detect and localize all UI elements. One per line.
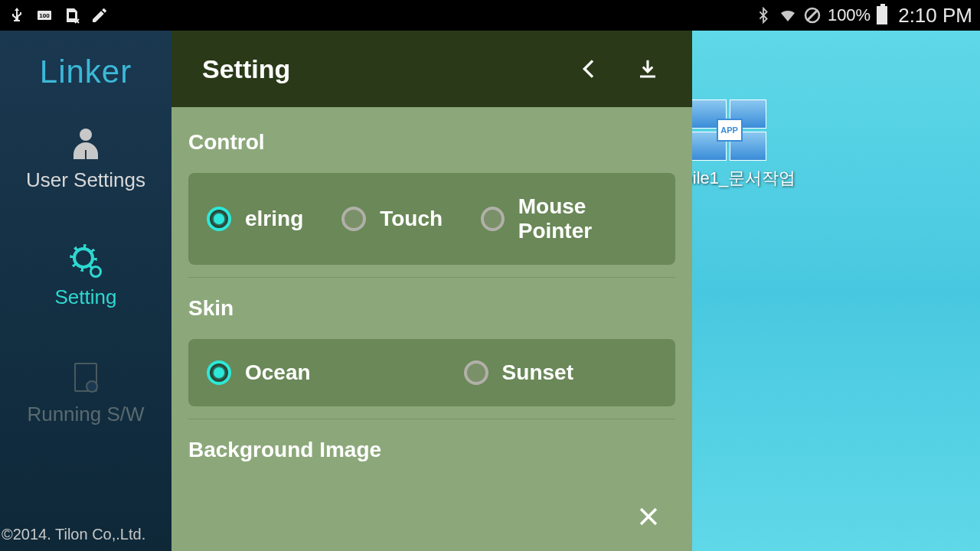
sidebar-item-label: Running S/W xyxy=(27,403,144,426)
sidebar-item-label: Setting xyxy=(55,285,117,309)
battery-percent: 100% xyxy=(828,5,871,25)
user-icon xyxy=(70,129,102,161)
radio-mouse-pointer[interactable]: Mouse Pointer xyxy=(481,194,657,243)
battery-level-icon: 100 xyxy=(35,6,54,24)
sidebar-item-running-sw[interactable]: Running S/W xyxy=(27,363,144,426)
section-skin: Skin Ocean Sunset xyxy=(188,296,675,419)
gear-icon xyxy=(70,246,102,278)
section-title: Skin xyxy=(188,296,675,321)
radio-icon xyxy=(207,207,231,231)
battery-icon xyxy=(877,6,887,24)
panel-header: Setting xyxy=(172,31,692,107)
radio-elring[interactable]: elring xyxy=(207,194,303,243)
bluetooth-icon xyxy=(754,6,773,24)
section-control: Control elring Touch Mouse Pointer xyxy=(188,130,675,278)
section-title: Background Image xyxy=(188,438,675,462)
edit-icon xyxy=(90,6,109,24)
clock: 2:10 PM xyxy=(898,4,972,28)
usb-icon xyxy=(8,6,26,24)
section-title: Control xyxy=(188,130,675,155)
settings-panel: Setting Control elring Touch xyxy=(172,31,692,551)
panel-title: Setting xyxy=(202,54,290,84)
status-bar: 100 100% 2:10 PM xyxy=(0,0,980,31)
sidebar: Linker User Settings Setting Running S/W… xyxy=(0,31,172,551)
sidebar-item-user-settings[interactable]: User Settings xyxy=(26,129,145,192)
radio-sunset[interactable]: Sunset xyxy=(464,360,573,385)
section-background-image: Background Image xyxy=(188,438,675,493)
sidebar-item-label: User Settings xyxy=(26,168,145,192)
radio-touch[interactable]: Touch xyxy=(341,194,443,243)
radio-icon xyxy=(464,360,488,385)
document-icon xyxy=(70,363,102,395)
radio-icon xyxy=(481,207,505,231)
radio-icon xyxy=(341,207,366,231)
radio-label: Ocean xyxy=(245,360,311,385)
svg-text:100: 100 xyxy=(39,12,50,19)
app-logo: Linker xyxy=(40,54,132,90)
sim-icon xyxy=(63,6,81,24)
wifi-icon xyxy=(779,6,797,24)
radio-icon xyxy=(207,360,231,385)
radio-label: Sunset xyxy=(502,360,573,385)
copyright-text: ©2014. Tilon Co,.Ltd. xyxy=(2,526,145,543)
svg-rect-2 xyxy=(69,12,75,18)
radio-label: Mouse Pointer xyxy=(518,194,657,243)
back-button[interactable] xyxy=(576,55,603,83)
radio-label: Touch xyxy=(380,207,443,231)
sidebar-item-setting[interactable]: Setting xyxy=(55,246,117,309)
close-button[interactable] xyxy=(635,504,662,533)
no-signal-icon xyxy=(803,6,822,24)
download-button[interactable] xyxy=(634,55,662,83)
radio-label: elring xyxy=(245,207,303,231)
radio-ocean[interactable]: Ocean xyxy=(207,360,311,385)
